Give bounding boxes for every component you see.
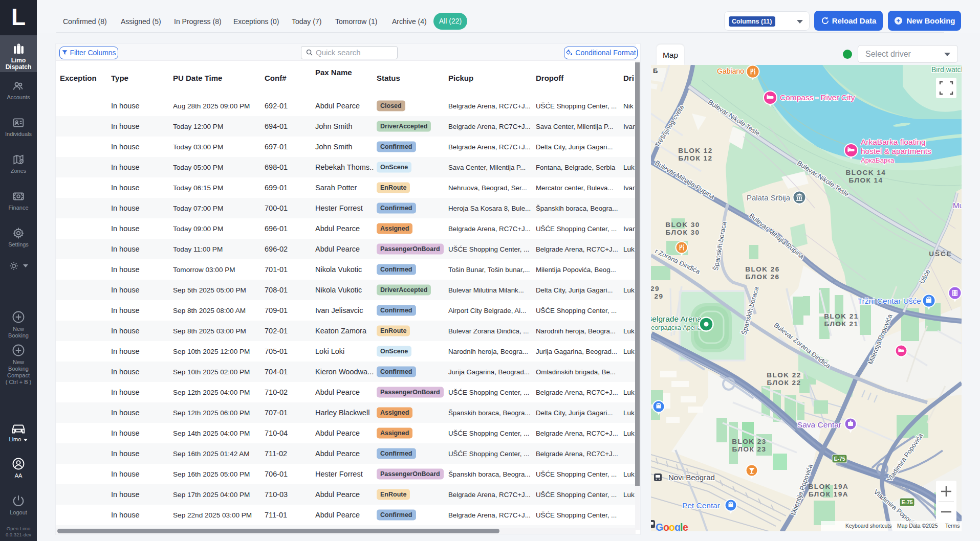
svg-text:e: e [683,522,688,531]
svg-text:Terms: Terms [945,523,960,529]
svg-text:UŠĆE: UŠĆE [929,250,952,258]
svg-text:АркаБарка: АркаБарка [861,156,895,164]
svg-text:Map Data ©2025: Map Data ©2025 [897,523,938,529]
svg-text:BLOK 30: BLOK 30 [665,221,700,229]
svg-text:E-75: E-75 [901,499,912,505]
svg-text:ArkaBarka floating: ArkaBarka floating [861,138,926,146]
svg-text:BLOK 23: BLOK 23 [732,438,767,445]
svg-text:BLOK 19A: BLOK 19A [809,483,849,490]
svg-text:BLOK 22: BLOK 22 [767,371,801,379]
svg-text:E-75: E-75 [834,456,845,462]
svg-text:Bird watch...: Bird watch... [931,65,962,74]
svg-text:БЛОК 22: БЛОК 22 [767,379,801,387]
svg-text:29: 29 [651,285,660,292]
svg-text:Palata Srbija: Palata Srbija [747,193,791,202]
svg-text:Compass - River City: Compass - River City [780,93,855,102]
svg-text:BLOK 26: BLOK 26 [745,265,780,273]
svg-text:Novi Beograd: Novi Beograd [668,473,715,482]
svg-text:Belgrade Arena: Belgrade Arena [651,314,702,323]
svg-text:Gabiano: Gabiano [717,67,744,75]
svg-text:BLOK 21: BLOK 21 [824,312,859,320]
svg-text:БЛОК 21: БЛОК 21 [824,320,859,328]
svg-text:К 29: К 29 [651,292,664,300]
svg-text:Sava Centar: Sava Centar [797,420,841,429]
svg-text:Keyboard shortcuts: Keyboard shortcuts [845,523,891,529]
svg-text:BLOK 12: BLOK 12 [678,147,713,154]
svg-text:БЛОК 23: БЛОК 23 [732,445,767,453]
svg-text:G: G [656,522,663,531]
svg-text:БЛОК 12: БЛОК 12 [679,154,713,162]
svg-text:БЛОК 26: БЛОК 26 [746,273,780,281]
svg-text:БЛОК 30: БЛОК 30 [666,229,700,236]
svg-text:БЛОК 19А: БЛОК 19А [809,490,848,498]
svg-text:БЛОК 14: БЛОК 14 [849,176,883,184]
svg-text:hostel & apartments: hostel & apartments [861,147,931,155]
svg-text:BLOCK 14: BLOCK 14 [846,169,886,176]
svg-text:Б: Б [653,67,658,75]
svg-text:Pet Centar: Pet Centar [682,501,720,510]
svg-text:Mu: Mu [953,201,962,210]
svg-text:Београдска Арена: Београдска Арена [651,324,701,331]
svg-text:Tržni Centar Ušće: Tržni Centar Ušće [858,297,921,305]
